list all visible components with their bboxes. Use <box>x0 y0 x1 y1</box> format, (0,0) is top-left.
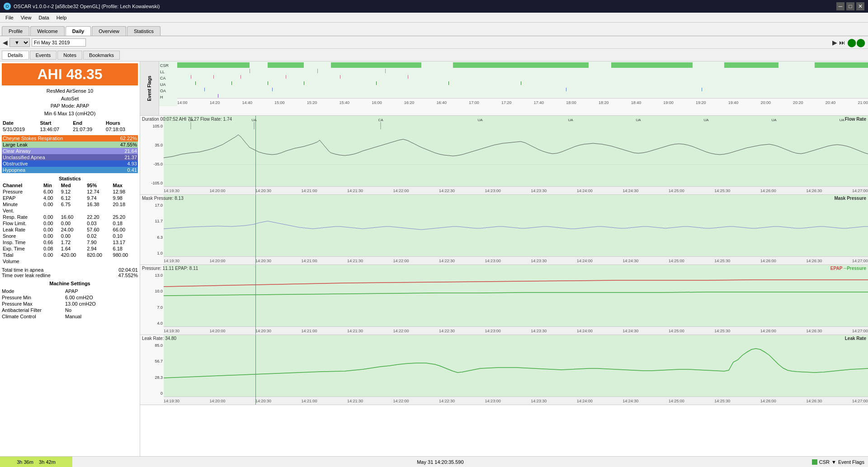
event-row-clear: Clear Airway21.64 <box>2 148 138 154</box>
svg-rect-35 <box>164 116 868 194</box>
bottom-status-bar: 3h 36m 3h 42m May 31 14:20:35.590 CSR ▼ … <box>0 456 868 467</box>
statistics-section: Statistics Channel Min Med 95% Max Press… <box>2 176 138 264</box>
window-controls[interactable]: ─ □ ✕ <box>836 2 864 10</box>
svg-rect-3 <box>268 62 304 68</box>
statistics-table: Channel Min Med 95% Max Pressure6.009.12… <box>2 182 138 264</box>
svg-rect-19 <box>408 75 408 79</box>
leak-rate-y-axis: 85.0 56.7 28.3 0 <box>140 335 164 405</box>
nav-bar: ◀ ▼ ▶ ⏭ ⬤⬤ <box>0 36 868 49</box>
nav-end-button[interactable]: ⏭ <box>839 39 845 46</box>
svg-rect-18 <box>340 75 340 79</box>
tab-welcome[interactable]: Welcome <box>30 26 65 36</box>
stats-row: Pressure6.009.1212.7412.98 <box>2 189 138 195</box>
nav-date-input[interactable] <box>32 38 86 47</box>
svg-rect-32 <box>702 88 702 91</box>
status-right: CSR ▼ Event Flags <box>808 459 868 465</box>
sub-tab-notes[interactable]: Notes <box>57 51 82 60</box>
svg-text:UA: UA <box>160 82 166 87</box>
event-rows: Cheyne Stokes Respiration62.22%Large Lea… <box>2 135 138 173</box>
machine-setting-row: Pressure Min6.00 cmH2O <box>2 294 138 301</box>
totals-section: Total time in apnea 02:04:01 Time over l… <box>2 267 138 278</box>
session-table: Date Start End Hours 5/31/2019 13:46:07 … <box>2 120 138 132</box>
event-row-unclassified: Unclassified Apnea21.37 <box>2 154 138 160</box>
app-title: OSCAR v1.0.0-r-2 [a58cbe32 OpenGL] (Prof… <box>14 4 160 9</box>
flow-rate-canvas: Flow Rate UA UA CA <box>164 116 868 194</box>
menu-file[interactable]: File <box>2 14 17 21</box>
stats-row: Vent. <box>2 208 138 214</box>
tab-daily[interactable]: Daily <box>66 26 91 36</box>
svg-rect-10 <box>250 69 250 73</box>
svg-rect-5 <box>453 62 589 68</box>
nav-back-button[interactable]: ◀ <box>3 39 8 46</box>
event-row-large-leak: Large Leak47.55% <box>2 142 138 148</box>
sub-tab-bookmarks[interactable]: Bookmarks <box>83 51 120 60</box>
svg-rect-7 <box>724 62 778 68</box>
stats-row: Tidal0.00420.00820.00980.00 <box>2 252 138 258</box>
flow-rate-legend: Flow Rate <box>845 117 866 122</box>
event-flags-chart[interactable]: Event Flags CSR LL <box>140 61 868 116</box>
stats-row: Resp. Rate0.0016.6022.2025.20 <box>2 214 138 220</box>
svg-text:UA: UA <box>568 118 573 122</box>
event-flags-time-axis: 14:0014:2014:4015:0015:2015:4016:0016:20… <box>177 98 868 106</box>
status-date: May 31 14:20:35.590 <box>72 459 808 465</box>
pressure-y-axis: 13.0 10.0 7.0 4.0 <box>140 265 164 335</box>
mask-pressure-chart[interactable]: Mask Pressure: 8.13 Mask Pressure 17.0 1… <box>140 195 868 265</box>
svg-text:CA: CA <box>160 76 166 80</box>
stats-row: Insp. Time0.661.727.9013.17 <box>2 239 138 245</box>
stats-row: Leak Rate0.0024.0057.6066.00 <box>2 226 138 233</box>
cursor-line-pressure <box>255 265 256 335</box>
svg-rect-22 <box>231 81 232 85</box>
svg-rect-17 <box>286 75 286 79</box>
mask-pressure-legend: Mask Pressure <box>834 196 866 201</box>
tab-profile[interactable]: Profile <box>2 26 29 36</box>
menu-bar: File View Data Help <box>0 13 868 23</box>
flow-rate-chart[interactable]: Duration 00:07:52 AHI 76.27 Flow Rate: 1… <box>140 116 868 195</box>
event-flags-label: Event Flags <box>147 75 152 101</box>
leak-rate-inner: 85.0 56.7 28.3 0 14:19:3014:20:0014:20:3… <box>140 335 868 405</box>
cursor-line-leak <box>255 335 256 405</box>
pressure-canvas: 14:19:3014:20:0014:20:3014:21:0014:21:30… <box>164 265 868 335</box>
menu-view[interactable]: View <box>17 14 35 21</box>
mask-pressure-svg <box>164 195 868 264</box>
nav-date-dropdown[interactable]: ▼ <box>9 38 30 47</box>
svg-rect-52 <box>164 335 868 405</box>
svg-rect-16 <box>241 75 241 79</box>
mask-pressure-y-axis: 17.0 11.7 6.3 1.0 <box>140 195 164 264</box>
svg-text:UA: UA <box>703 118 709 122</box>
nav-forward-button[interactable]: ▶ <box>832 39 837 46</box>
svg-text:UA: UA <box>771 118 777 122</box>
csr-dropdown-arrow[interactable]: ▼ <box>831 459 836 465</box>
machine-setting-row: ModeAPAP <box>2 288 138 294</box>
tab-statistics[interactable]: Statistics <box>127 26 160 36</box>
cursor-line-mask <box>255 195 256 264</box>
ahi-box: AHI 48.35 <box>2 63 138 85</box>
menu-help[interactable]: Help <box>53 14 71 21</box>
left-panel: AHI 48.35 ResMed AirSense 10 AutoSet PAP… <box>0 61 140 456</box>
stats-row: EPAP4.006.129.749.98 <box>2 195 138 201</box>
machine-setting-row: Antibacterial FilterNo <box>2 307 138 313</box>
svg-text:UA: UA <box>251 118 257 122</box>
menu-data[interactable]: Data <box>35 14 52 21</box>
pressure-svg <box>164 265 868 335</box>
flow-rate-y-axis: 105.0 35.0 -35.0 -105.0 <box>140 116 164 194</box>
maximize-button[interactable]: □ <box>846 2 854 10</box>
sub-tab-bar: Details Events Notes Bookmarks <box>0 49 868 61</box>
flow-rate-inner: 105.0 35.0 -35.0 -105.0 Flow Rate <box>140 116 868 194</box>
sub-tab-events[interactable]: Events <box>30 51 57 60</box>
close-button[interactable]: ✕ <box>856 2 864 10</box>
app-icon: O <box>4 3 11 10</box>
machine-settings: Machine Settings ModeAPAPPressure Min6.0… <box>2 281 138 320</box>
leak-rate-legend: Leak Rate <box>845 336 866 341</box>
stats-row: Snore0.000.000.020.10 <box>2 233 138 239</box>
machine-setting-row: Pressure Max13.00 cmH2O <box>2 301 138 307</box>
machine-setting-row: Climate ControlManual <box>2 313 138 320</box>
flow-rate-time-axis: 14:19:3014:20:0014:20:3014:21:0014:21:30… <box>164 186 868 194</box>
svg-rect-31 <box>566 88 566 91</box>
sub-tab-details[interactable]: Details <box>2 51 29 60</box>
svg-rect-30 <box>272 88 273 91</box>
leak-rate-chart[interactable]: Leak Rate: 34.80 Leak Rate 85.0 56.7 28.… <box>140 335 868 405</box>
tab-overview[interactable]: Overview <box>92 26 126 36</box>
minimize-button[interactable]: ─ <box>836 2 844 10</box>
mask-pressure-inner: 17.0 11.7 6.3 1.0 14:19:3014:20:0014:20:… <box>140 195 868 264</box>
pressure-chart[interactable]: Pressure: 11.11 EPAP: 8.11 EPAP ─Pressur… <box>140 265 868 335</box>
